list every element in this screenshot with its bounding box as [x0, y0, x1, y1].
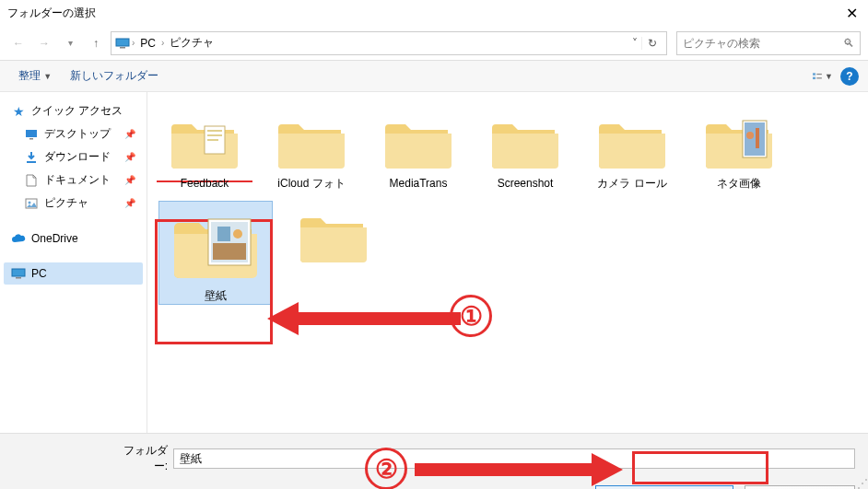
svg-point-10 [29, 201, 31, 204]
svg-rect-7 [29, 138, 33, 140]
pin-icon: 📌 [124, 198, 135, 208]
svg-rect-5 [816, 77, 822, 78]
cloud-icon [11, 231, 26, 246]
sidebar-item-downloads[interactable]: ダウンロード 📌 [4, 146, 143, 169]
annotation-arrow-1 [267, 302, 461, 335]
sidebar-item-onedrive[interactable]: OneDrive [4, 227, 143, 250]
sidebar-item-label: ドキュメント [44, 172, 119, 188]
sidebar: ★ クイック アクセス デスクトップ 📌 ダウンロード 📌 ドキュメント 📌 ピ… [0, 92, 147, 433]
chevron-down-icon: ▼ [825, 72, 833, 81]
window-title: フォルダーの選択 [7, 6, 842, 21]
svg-point-25 [233, 229, 242, 239]
search-icon: 🔍︎ [843, 37, 854, 50]
pc-icon [11, 266, 26, 281]
sidebar-item-label: ピクチャ [44, 195, 119, 211]
cancel-button[interactable]: キャンセル [745, 485, 855, 489]
folder-mediatrans[interactable]: MediaTrans [374, 109, 463, 190]
svg-rect-14 [207, 130, 222, 132]
folder-kabe[interactable]: 壁紙 [160, 203, 271, 302]
download-icon [24, 150, 39, 165]
breadcrumb-pc[interactable]: PC [136, 37, 159, 50]
svg-point-19 [746, 132, 754, 139]
pin-icon: 📌 [124, 152, 135, 162]
back-button[interactable]: ← [7, 32, 29, 54]
forward-button[interactable]: → [33, 32, 55, 54]
folder-field-label: フォルダー: [112, 443, 168, 474]
select-folder-button[interactable]: このフォルダーを選択 [595, 485, 733, 489]
svg-rect-4 [813, 76, 815, 78]
search-input[interactable] [683, 37, 843, 50]
folder-label: 壁紙 [205, 289, 227, 302]
sidebar-item-pc[interactable]: PC [4, 262, 143, 285]
svg-rect-24 [217, 227, 230, 241]
folder-label: MediaTrans [390, 177, 448, 190]
svg-rect-15 [207, 134, 222, 136]
pictures-icon [24, 196, 39, 211]
address-dropdown[interactable]: ˅ [628, 37, 641, 50]
folder-feedback[interactable]: Feedback [160, 109, 249, 190]
view-menu[interactable]: ▼ [813, 66, 833, 87]
svg-rect-16 [207, 139, 218, 141]
sidebar-item-desktop[interactable]: デスクトップ 📌 [4, 122, 143, 146]
document-icon [24, 173, 39, 188]
folder-label [332, 271, 334, 284]
svg-rect-12 [16, 277, 21, 279]
sidebar-item-label: クイック アクセス [31, 103, 135, 119]
folder-label: iCloud フォト [277, 177, 345, 190]
pin-icon: 📌 [124, 175, 135, 185]
sidebar-item-pictures[interactable]: ピクチャ 📌 [4, 192, 143, 215]
svg-rect-3 [816, 73, 822, 74]
folder-label: Feedback [181, 177, 229, 190]
star-icon: ★ [11, 104, 26, 119]
chevron-right-icon: › [159, 38, 166, 48]
resize-grip[interactable]: ⋰ [857, 480, 866, 487]
breadcrumb-pictures[interactable]: ピクチャ [166, 35, 217, 51]
svg-rect-23 [213, 243, 246, 260]
folder-screenshot[interactable]: Screenshot [481, 109, 569, 190]
search-box[interactable]: 🔍︎ [676, 31, 861, 55]
svg-rect-8 [27, 161, 36, 163]
folder-field-input[interactable] [173, 448, 855, 469]
folder-label: ネタ画像 [717, 177, 761, 190]
sidebar-item-label: PC [31, 267, 135, 280]
pin-icon: 📌 [124, 129, 135, 139]
svg-rect-6 [26, 130, 37, 137]
up-button[interactable]: ↑ [85, 32, 107, 54]
help-button[interactable]: ? [840, 67, 859, 86]
svg-rect-1 [120, 47, 125, 49]
pc-icon [115, 36, 130, 51]
chevron-down-icon: ▼ [43, 72, 52, 81]
folder-label: カメラ ロール [597, 177, 666, 190]
folder-label: Screenshot [498, 177, 554, 190]
svg-rect-2 [813, 73, 815, 75]
folder-hidden[interactable] [289, 203, 378, 302]
folder-grid: Feedback iCloud フォト MediaTrans Screensho… [147, 92, 868, 433]
svg-rect-11 [12, 269, 25, 276]
close-button[interactable]: ✕ [842, 4, 861, 22]
sidebar-item-label: デスクトップ [44, 126, 119, 142]
svg-rect-20 [756, 128, 759, 148]
desktop-icon [24, 127, 39, 142]
sidebar-item-label: ダウンロード [44, 149, 119, 165]
recent-dropdown[interactable]: ▾ [59, 32, 81, 54]
chevron-right-icon: › [130, 38, 136, 48]
refresh-button[interactable]: ↻ [641, 37, 663, 50]
newfolder-button[interactable]: 新しいフォルダー [61, 64, 168, 87]
organize-menu[interactable]: 整理 ▼ [9, 64, 61, 87]
svg-rect-18 [745, 122, 765, 156]
sidebar-quick-access[interactable]: ★ クイック アクセス [4, 99, 143, 122]
sidebar-item-label: OneDrive [31, 232, 135, 245]
svg-rect-0 [116, 39, 129, 46]
sidebar-item-documents[interactable]: ドキュメント 📌 [4, 169, 143, 192]
folder-cameraroll[interactable]: カメラ ロール [588, 109, 676, 190]
folder-neta[interactable]: ネタ画像 [695, 109, 783, 190]
folder-icloud[interactable]: iCloud フォト [267, 109, 356, 190]
address-bar[interactable]: › PC › ピクチャ ˅ ↻ [111, 31, 667, 55]
organize-label: 整理 [18, 69, 41, 82]
